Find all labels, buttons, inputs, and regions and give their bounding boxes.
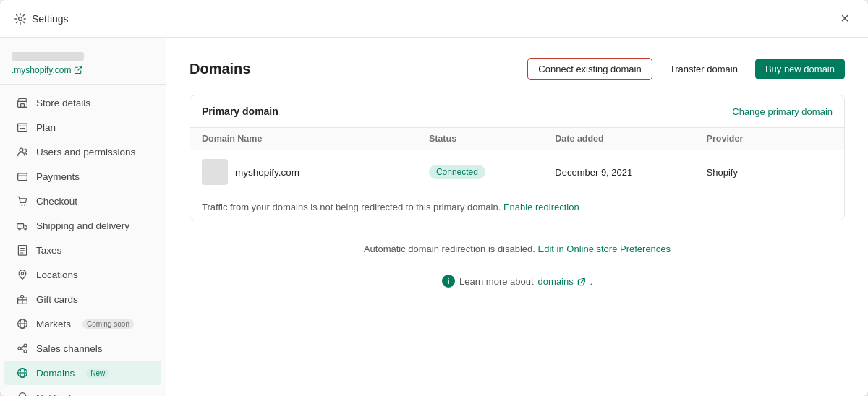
svg-point-7 (24, 204, 25, 205)
header-title-group: Settings (14, 13, 69, 25)
modal-body: .myshopify.com Store details (0, 38, 868, 396)
sidebar-item-plan[interactable]: Plan (4, 115, 161, 139)
main-header: Domains Connect existing domain Transfer… (190, 58, 845, 80)
close-button[interactable]: × (836, 9, 854, 28)
gift-icon (16, 293, 29, 306)
sidebar-label: Payments (36, 171, 80, 182)
sidebar-store: .myshopify.com (0, 46, 166, 85)
header-title: Settings (32, 13, 69, 25)
sidebar-label: Plan (36, 122, 56, 133)
status-badge: Connected (429, 165, 485, 179)
sidebar-item-shipping[interactable]: Shipping and delivery (4, 213, 161, 238)
new-badge: New (86, 369, 109, 378)
domain-cell: myshopify.com (202, 159, 429, 185)
provider-cell: Shopify (707, 167, 833, 178)
shipping-icon (16, 219, 29, 232)
svg-rect-1 (18, 101, 27, 107)
external-link-icon (74, 66, 82, 74)
svg-point-9 (19, 228, 20, 230)
primary-domain-card: Primary domain Change primary domain Dom… (190, 95, 845, 220)
col-date-added: Date added (555, 134, 706, 144)
page-title: Domains (190, 61, 250, 77)
sidebar-label: Domains (36, 368, 75, 379)
payments-icon (16, 170, 29, 183)
sidebar-item-checkout[interactable]: Checkout (4, 189, 161, 213)
svg-point-18 (24, 350, 27, 353)
sidebar: .myshopify.com Store details (0, 38, 166, 396)
store-name-placeholder (12, 52, 84, 61)
info-bar: Traffic from your domains is not being r… (190, 194, 844, 220)
sidebar-label: Store details (36, 98, 90, 108)
markets-icon (16, 317, 29, 330)
col-provider: Provider (707, 134, 833, 144)
sidebar-item-payments[interactable]: Payments (4, 164, 161, 189)
settings-modal: Settings × .myshopify.com (0, 0, 868, 396)
svg-rect-5 (18, 173, 27, 181)
svg-point-10 (25, 228, 26, 230)
main-content: Domains Connect existing domain Transfer… (166, 38, 868, 396)
sidebar-item-notifications[interactable]: Notifications (4, 385, 161, 396)
edit-preferences-link[interactable]: Edit in Online store Preferences (538, 244, 671, 254)
svg-point-0 (19, 17, 22, 20)
channels-icon (16, 342, 29, 355)
taxes-icon (16, 244, 29, 257)
domain-name: myshopify.com (235, 167, 299, 178)
sidebar-item-taxes[interactable]: Taxes (4, 238, 161, 262)
sidebar-item-store-details[interactable]: Store details (4, 90, 161, 115)
learn-more: i Learn more about domains . (190, 266, 845, 296)
external-link-icon (577, 278, 585, 286)
section-title: Primary domain (202, 106, 278, 117)
transfer-domain-button[interactable]: Transfer domain (660, 59, 748, 79)
checkout-icon (16, 194, 29, 207)
store-url[interactable]: .myshopify.com (12, 65, 154, 75)
coming-soon-badge: Coming soon (82, 319, 134, 329)
header-actions: Connect existing domain Transfer domain … (527, 58, 845, 80)
users-icon (16, 145, 29, 158)
svg-point-6 (21, 204, 22, 205)
sidebar-label: Notifications (36, 392, 90, 397)
svg-point-17 (24, 344, 27, 347)
sidebar-label: Markets (36, 319, 71, 330)
bell-icon (16, 391, 29, 396)
date-cell: December 9, 2021 (555, 167, 706, 178)
domains-icon (16, 366, 29, 379)
store-icon (16, 96, 29, 109)
sidebar-item-domains[interactable]: Domains New (4, 361, 161, 385)
sidebar-label: Checkout (36, 196, 77, 207)
info-icon: i (442, 275, 455, 288)
connect-domain-button[interactable]: Connect existing domain (527, 58, 652, 80)
sidebar-label: Users and permissions (36, 147, 135, 158)
table-header: Domain Name Status Date added Provider (190, 128, 844, 150)
plan-icon (16, 121, 29, 134)
sidebar-label: Taxes (36, 245, 61, 256)
svg-rect-8 (17, 224, 24, 228)
card-header: Primary domain Change primary domain (190, 95, 844, 128)
enable-redirection-link[interactable]: Enable redirection (503, 202, 579, 212)
status-cell: Connected (429, 165, 555, 179)
col-domain-name: Domain Name (202, 134, 429, 144)
col-status: Status (429, 134, 555, 144)
svg-point-16 (18, 347, 21, 350)
sidebar-label: Locations (36, 270, 78, 280)
sidebar-item-users[interactable]: Users and permissions (4, 139, 161, 164)
sidebar-label: Gift cards (36, 294, 78, 305)
location-icon (16, 268, 29, 281)
svg-rect-3 (18, 124, 27, 131)
svg-rect-2 (21, 104, 25, 108)
domains-learn-link[interactable]: domains (538, 276, 586, 287)
redirect-notice: Automatic domain redirection is disabled… (190, 232, 845, 266)
domain-avatar (202, 159, 228, 185)
change-primary-domain-link[interactable]: Change primary domain (732, 106, 833, 117)
gear-icon (14, 13, 26, 25)
sidebar-item-gift-cards[interactable]: Gift cards (4, 287, 161, 311)
sidebar-item-sales-channels[interactable]: Sales channels (4, 336, 161, 361)
modal-header: Settings × (0, 0, 868, 38)
buy-domain-button[interactable]: Buy new domain (755, 59, 845, 79)
svg-point-4 (20, 148, 23, 152)
svg-point-12 (21, 272, 23, 275)
table-row: myshopify.com Connected December 9, 2021… (190, 150, 844, 194)
sidebar-item-markets[interactable]: Markets Coming soon (4, 311, 161, 336)
sidebar-label: Sales channels (36, 343, 103, 354)
sidebar-item-locations[interactable]: Locations (4, 262, 161, 287)
sidebar-label: Shipping and delivery (36, 220, 129, 231)
